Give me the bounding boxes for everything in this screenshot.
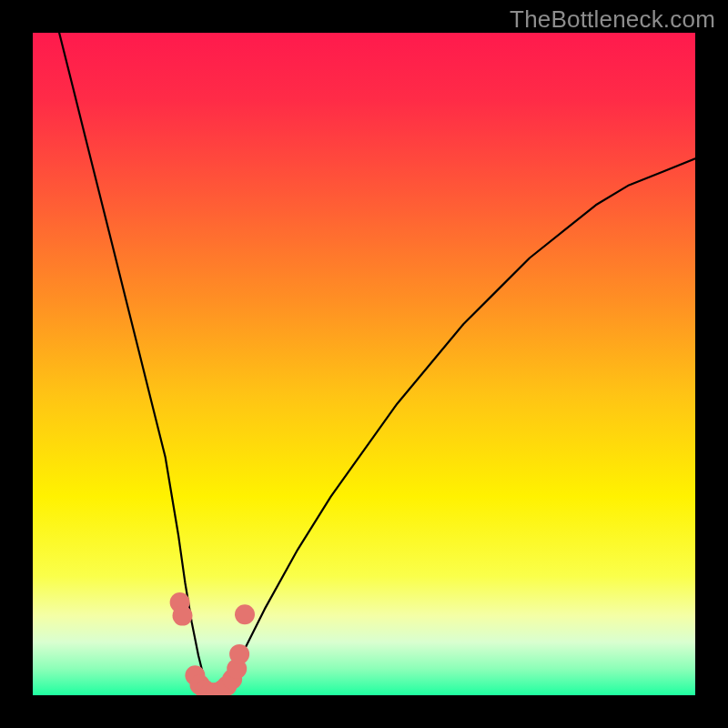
watermark-text: TheBottleneck.com: [510, 5, 715, 34]
marker-point: [229, 644, 249, 664]
bottleneck-chart: [0, 0, 728, 728]
marker-point: [173, 606, 193, 626]
marker-point: [235, 604, 255, 624]
plot-background: [33, 33, 695, 695]
chart-frame: { "watermark": "TheBottleneck.com", "col…: [0, 0, 728, 728]
